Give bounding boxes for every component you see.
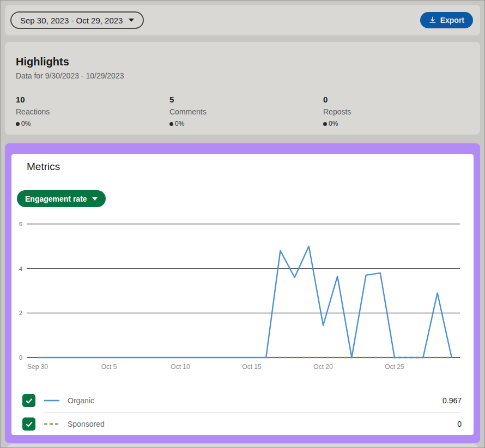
svg-text:Oct 5: Oct 5	[101, 363, 117, 371]
legend-row-sponsored: Sponsored 0	[17, 413, 468, 435]
svg-text:Oct 20: Oct 20	[313, 363, 333, 371]
stat-value: 5	[169, 94, 311, 105]
legend-label: Sponsored	[68, 420, 105, 428]
svg-text:0: 0	[19, 354, 22, 361]
highlights-subtitle: Data for 9/30/2023 - 10/29/2023	[16, 71, 124, 80]
svg-text:Oct 25: Oct 25	[385, 363, 404, 371]
export-label: Export	[440, 16, 464, 25]
change-dot-icon	[16, 122, 20, 126]
legend-value: 0.967	[442, 396, 462, 405]
export-button[interactable]: Export	[420, 12, 473, 28]
date-range-label: Sep 30, 2023 - Oct 29, 2023	[20, 16, 123, 25]
stat-comments: 5 Comments 0%	[169, 94, 311, 128]
stat-value: 10	[16, 94, 157, 105]
stat-reposts: 0 Reposts 0%	[323, 94, 465, 128]
highlights-card: Highlights Data for 9/30/2023 - 10/29/20…	[5, 42, 480, 135]
stat-change: 0%	[329, 120, 338, 128]
legend-value: 0	[457, 420, 462, 428]
chevron-down-icon	[92, 197, 98, 201]
organic-line-sample-icon	[44, 399, 60, 402]
svg-text:4: 4	[19, 265, 22, 272]
check-icon	[25, 420, 33, 428]
next-card-edge	[7, 444, 478, 448]
check-icon	[25, 397, 33, 405]
change-dot-icon	[169, 122, 173, 126]
stat-label: Reactions	[16, 106, 157, 117]
date-range-selector[interactable]: Sep 30, 2023 - Oct 29, 2023	[10, 11, 144, 29]
sponsored-line-sample-icon	[44, 422, 60, 426]
highlight-overlay: Metrics Engagement rate 0246Sep 30Oct 5O…	[5, 143, 480, 443]
change-dot-icon	[323, 122, 327, 126]
stat-value: 0	[323, 94, 465, 105]
download-icon	[429, 16, 436, 24]
legend-row-organic: Organic 0.967	[17, 389, 468, 412]
highlights-title: Highlights	[16, 56, 69, 68]
svg-text:Oct 15: Oct 15	[242, 363, 262, 371]
stat-reactions: 10 Reactions 0%	[16, 94, 157, 128]
metric-selector-label: Engagement rate	[25, 195, 87, 203]
engagement-chart: 0246Sep 30Oct 5Oct 10Oct 15Oct 20Oct 25	[11, 219, 474, 377]
svg-text:Sep 30: Sep 30	[27, 363, 48, 371]
metric-selector-button[interactable]: Engagement rate	[17, 190, 106, 207]
sponsored-checkbox[interactable]	[22, 417, 35, 431]
svg-text:Oct 10: Oct 10	[171, 363, 190, 371]
toolbar: Sep 30, 2023 - Oct 29, 2023 Export	[5, 5, 480, 35]
metrics-card: Metrics Engagement rate 0246Sep 30Oct 5O…	[11, 154, 474, 435]
chevron-down-icon	[129, 19, 134, 22]
stat-label: Reposts	[323, 106, 465, 117]
organic-checkbox[interactable]	[22, 394, 35, 407]
stat-label: Comments	[169, 106, 311, 117]
stat-change: 0%	[21, 120, 31, 128]
svg-text:6: 6	[19, 221, 22, 227]
legend-label: Organic	[68, 396, 94, 405]
svg-text:2: 2	[19, 310, 22, 316]
metrics-title: Metrics	[27, 161, 60, 173]
stat-change: 0%	[175, 120, 184, 128]
